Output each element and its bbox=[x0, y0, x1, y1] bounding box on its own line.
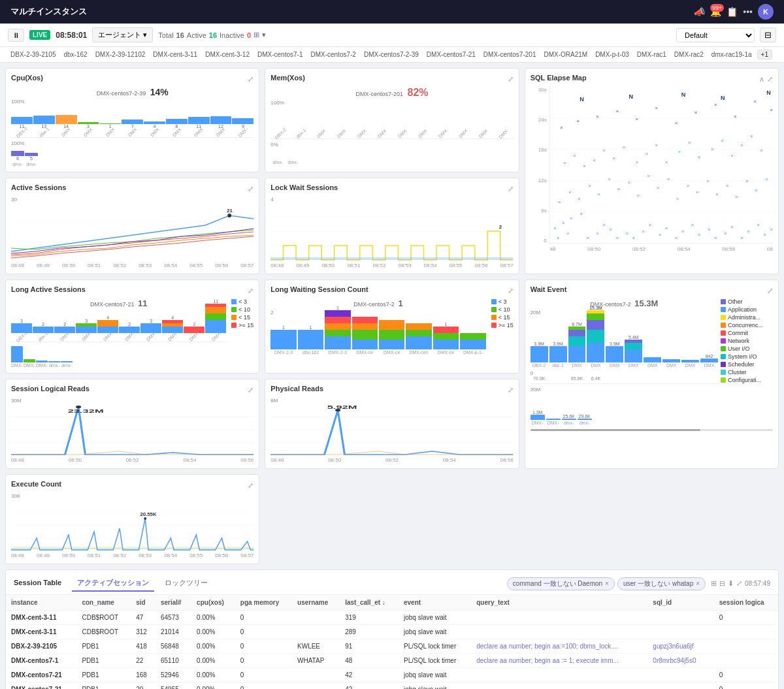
col-cpu: cpu(xos) bbox=[191, 595, 235, 611]
col-con-name: con_name bbox=[76, 595, 131, 611]
sql-expand-button[interactable]: ⤢ bbox=[767, 75, 773, 84]
svg-text:×: × bbox=[583, 164, 586, 170]
filter-button[interactable]: ⊞ bbox=[711, 579, 717, 588]
tab-active-session[interactable]: アクティブセッション bbox=[72, 575, 154, 592]
column-button[interactable]: ⊟ bbox=[719, 579, 725, 588]
filter-command-close[interactable]: × bbox=[605, 580, 609, 587]
active-sessions-expand-button[interactable]: ⤢ bbox=[248, 185, 253, 193]
cell-sql-id[interactable]: gupzj3n6ua6jf bbox=[647, 639, 713, 654]
agent-tab-10[interactable]: DMX-ORA21M bbox=[541, 50, 590, 59]
cell-con-name: CDB$ROOT bbox=[76, 611, 131, 625]
clipboard-icon[interactable]: 📋 bbox=[727, 7, 738, 17]
agent-tab-6[interactable]: DMX-centos7-2 bbox=[308, 50, 358, 59]
layout-button[interactable]: ⊟ bbox=[760, 27, 776, 42]
svg-text:×: × bbox=[770, 107, 773, 113]
table-row[interactable]: DMX-centos7-1 PDB1 22 65110 0.00% 0 WHAT… bbox=[6, 654, 778, 668]
more-icon[interactable]: ••• bbox=[743, 7, 753, 17]
svg-text:×: × bbox=[696, 189, 699, 195]
svg-text:×: × bbox=[664, 225, 668, 231]
cell-event: jobq slave wait bbox=[399, 611, 471, 625]
svg-text:×: × bbox=[615, 108, 619, 114]
agent-tab-5[interactable]: DMX-centos7-1 bbox=[255, 50, 305, 59]
lock-wait-expand-button[interactable]: ⤢ bbox=[508, 185, 514, 193]
long-waiting-title: Long Waiting Session Count bbox=[270, 285, 368, 293]
agent-tab-12[interactable]: DMX-rac1 bbox=[634, 50, 669, 59]
svg-text:×: × bbox=[655, 142, 658, 148]
agent-tab-8[interactable]: DMX-centos7-21 bbox=[424, 50, 478, 59]
avatar[interactable]: K bbox=[758, 4, 774, 20]
active-label: Active bbox=[187, 31, 206, 39]
session-logical-expand[interactable]: ⤢ bbox=[248, 386, 253, 394]
default-select[interactable]: Default bbox=[676, 28, 755, 42]
cell-username: WHATAP bbox=[292, 654, 340, 668]
fullscreen-button[interactable]: ⤢ bbox=[736, 579, 742, 588]
table-row[interactable]: DMX-cent-3-11 CDB$ROOT 312 21014 0.00% 0… bbox=[6, 625, 778, 639]
svg-text:×: × bbox=[681, 229, 684, 234]
agent-tab-4[interactable]: DMX-cent-3-12 bbox=[203, 50, 252, 59]
svg-text:×: × bbox=[647, 173, 650, 179]
cell-event: jobq slave wait bbox=[399, 625, 471, 639]
table-row[interactable]: DMX-centos7-21 PDB1 20 54955 0.00% 0 42 … bbox=[6, 682, 778, 690]
cell-instance: DMX-cent-3-11 bbox=[6, 611, 76, 625]
download-button[interactable]: ⬇ bbox=[728, 579, 734, 588]
cell-cpu: 0.00% bbox=[191, 625, 235, 639]
tab-lock-tree[interactable]: ロックツリー bbox=[159, 575, 213, 592]
cell-serial: 65110 bbox=[155, 654, 191, 668]
col-username: username bbox=[292, 595, 340, 611]
agent-button[interactable]: エージェント ▾ bbox=[92, 27, 153, 42]
mem-expand-button[interactable]: ⤢ bbox=[508, 75, 514, 84]
svg-text:×: × bbox=[753, 99, 757, 104]
cell-username bbox=[292, 668, 340, 682]
more-agents-button[interactable]: +1 bbox=[757, 50, 772, 59]
cell-sql-id[interactable]: 0r8mrbc94j5s0 bbox=[647, 654, 713, 668]
col-session-logical: session logica bbox=[714, 595, 778, 611]
physical-reads-expand[interactable]: ⤢ bbox=[508, 386, 514, 394]
agent-tab-13[interactable]: DMX-rac2 bbox=[672, 50, 706, 59]
table-row[interactable]: DMX-centos7-21 PDB1 168 52946 0.00% 0 42… bbox=[6, 668, 778, 682]
mem-title: Mem(Xos) bbox=[270, 74, 305, 82]
agent-tab-9[interactable]: DMX-centos7-201 bbox=[481, 50, 539, 59]
table-row[interactable]: DMX-cent-3-11 CDB$ROOT 47 64573 0.00% 0 … bbox=[6, 611, 778, 625]
agent-tab-1[interactable]: dbx-162 bbox=[61, 50, 90, 59]
svg-text:×: × bbox=[617, 186, 620, 192]
session-table-title: Session Table bbox=[14, 579, 61, 586]
svg-text:×: × bbox=[676, 196, 679, 202]
svg-text:×: × bbox=[666, 176, 670, 182]
megaphone-icon[interactable]: 📣 bbox=[694, 7, 705, 17]
table-row[interactable]: DBX-2-39-2105 PDB1 418 56848 0.00% 0 KWL… bbox=[6, 639, 778, 654]
sql-collapse-button[interactable]: ∧ bbox=[759, 75, 764, 84]
svg-text:×: × bbox=[765, 176, 768, 182]
cell-sid: 168 bbox=[131, 668, 155, 682]
wait-event-widget: Wait Event ⤢ DMX-centos7-2 15.3M 20M 3.9… bbox=[525, 280, 779, 469]
agent-tab-7[interactable]: DMX-centos7-2-39 bbox=[361, 50, 421, 59]
agent-tab-3[interactable]: DMX-cent-3-11 bbox=[150, 50, 200, 59]
agent-tab-14[interactable]: dmx-rac19-1a bbox=[709, 50, 755, 59]
agent-tab-2[interactable]: DMX-2-39-12102 bbox=[93, 50, 148, 59]
svg-text:×: × bbox=[747, 229, 750, 234]
svg-text:×: × bbox=[714, 102, 717, 108]
wait-event-expand-button[interactable]: ⤢ bbox=[767, 287, 773, 295]
bell-icon[interactable]: 🔔 99+ bbox=[710, 7, 721, 17]
cell-session-logical bbox=[714, 654, 778, 668]
toolbar: ⏸ LIVE 08:58:01 エージェント ▾ Total 16 Active… bbox=[0, 24, 784, 47]
expand-icon[interactable]: ▾ bbox=[262, 31, 266, 39]
execute-count-expand[interactable]: ⤢ bbox=[248, 481, 253, 490]
long-waiting-expand-button[interactable]: ⤢ bbox=[508, 287, 514, 295]
dashboard: Cpu(Xos) ⤢ DMX-centos7-2-39 14% 100% 11D… bbox=[0, 63, 784, 569]
agent-tab-0[interactable]: DBX-2-39-2105 bbox=[8, 50, 58, 59]
long-active-expand-button[interactable]: ⤢ bbox=[248, 287, 253, 295]
pause-button[interactable]: ⏸ bbox=[8, 29, 24, 42]
cell-pga-memory: 0 bbox=[235, 654, 292, 668]
cpu-expand-button[interactable]: ⤢ bbox=[248, 75, 253, 84]
grid-options-icon[interactable]: ⊞ bbox=[253, 31, 259, 39]
cell-query-text[interactable]: declare aa number; begin aa:=100; dbms_l… bbox=[471, 639, 647, 654]
agent-tab-11[interactable]: DMX-p-t-03 bbox=[593, 50, 632, 59]
cell-query-text[interactable]: declare aa number; begin aa := 1; execut… bbox=[471, 654, 647, 668]
svg-text:×: × bbox=[648, 222, 651, 228]
session-logical-widget: Session Logical Reads ⤢ 30M 23.32M 08:48… bbox=[5, 379, 259, 469]
header-icons: 📣 🔔 99+ 📋 ••• K bbox=[694, 4, 774, 20]
svg-text:×: × bbox=[636, 193, 640, 199]
cell-session-logical bbox=[714, 639, 778, 654]
cell-query-text bbox=[471, 682, 647, 690]
filter-user-close[interactable]: × bbox=[696, 580, 700, 587]
